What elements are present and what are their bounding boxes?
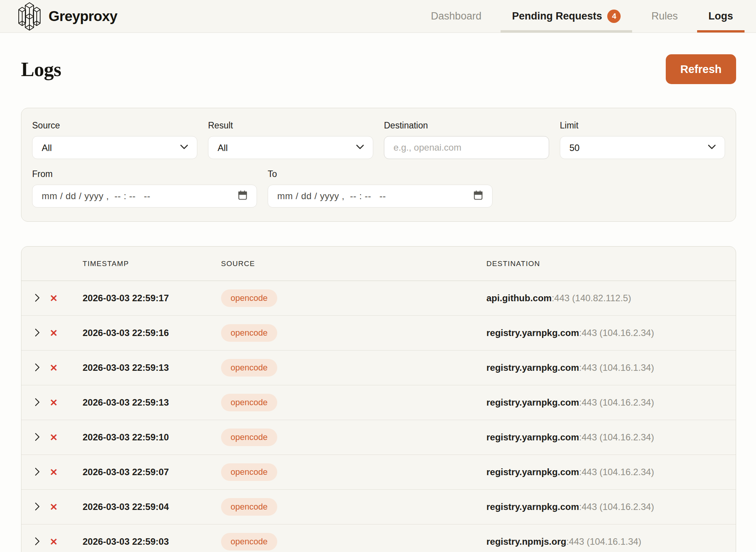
log-timestamp: 2026-03-03 22:59:03 [83, 536, 221, 547]
limit-filter-label: Limit [560, 120, 725, 131]
destination-host: registry.yarnpkg.com [486, 467, 579, 477]
nav-label-pending-requests: Pending Requests [512, 10, 602, 22]
log-destination: registry.npmjs.org:443 (104.16.1.34) [486, 536, 725, 547]
expand-row-button[interactable] [31, 396, 44, 409]
expand-row-button[interactable] [31, 535, 44, 549]
brand-wordmark: Greyproxy [49, 8, 117, 24]
result-select[interactable]: All [208, 136, 373, 159]
nav-item-logs[interactable]: Logs [697, 0, 745, 32]
destination-host: registry.yarnpkg.com [486, 502, 579, 512]
calendar-icon[interactable] [238, 190, 247, 203]
log-source-cell: opencode [221, 289, 486, 307]
nav-label-rules: Rules [651, 10, 678, 22]
from-datetime-input[interactable]: mm / dd / yyyy , -- : -- -- [32, 185, 257, 208]
source-filter-label: Source [32, 120, 197, 131]
log-destination: registry.yarnpkg.com:443 (104.16.2.34) [486, 328, 725, 338]
crystal-prisms-icon [17, 2, 42, 31]
expand-row-button[interactable] [31, 465, 44, 479]
log-source-cell: opencode [221, 359, 486, 377]
destination-host: registry.npmjs.org [486, 536, 566, 547]
column-header-source: SOURCE [221, 260, 486, 268]
log-table-row: ✕ 2026-03-03 22:59:13 opencode registry.… [21, 351, 736, 385]
log-table-row: ✕ 2026-03-03 22:59:07 opencode registry.… [21, 455, 736, 490]
filters-card: Source All Result All [21, 108, 736, 222]
delete-row-button[interactable]: ✕ [50, 328, 58, 338]
nav-label-logs: Logs [709, 10, 733, 22]
destination-port-ip: :443 (104.16.2.34) [579, 432, 654, 442]
chevron-right-icon [35, 294, 40, 303]
expand-row-button[interactable] [31, 291, 44, 305]
source-badge: opencode [221, 533, 277, 550]
nav-item-dashboard[interactable]: Dashboard [419, 0, 493, 32]
log-source-cell: opencode [221, 498, 486, 516]
logs-table: TIMESTAMP SOURCE DESTINATION ✕ 2026-03-0… [21, 246, 736, 552]
destination-port-ip: :443 (104.16.2.34) [579, 397, 654, 408]
log-table-row: ✕ 2026-03-03 22:59:04 opencode registry.… [21, 490, 736, 524]
destination-host: registry.yarnpkg.com [486, 328, 579, 338]
chevron-right-icon [35, 537, 40, 547]
log-timestamp: 2026-03-03 22:59:07 [83, 467, 221, 477]
log-table-row: ✕ 2026-03-03 22:59:16 opencode registry.… [21, 316, 736, 351]
destination-port-ip: :443 (104.16.2.34) [579, 502, 654, 512]
source-badge: opencode [221, 498, 277, 516]
log-timestamp: 2026-03-03 22:59:17 [83, 293, 221, 304]
log-source-cell: opencode [221, 533, 486, 550]
destination-port-ip: :443 (104.16.1.34) [579, 362, 654, 373]
log-table-row: ✕ 2026-03-03 22:59:10 opencode registry.… [21, 420, 736, 455]
limit-select[interactable]: 50 [560, 136, 725, 159]
nav-item-pending-requests[interactable]: Pending Requests 4 [501, 0, 632, 32]
destination-filter-label: Destination [384, 120, 549, 131]
destination-filter-field: Destination [384, 120, 549, 159]
to-filter-label: To [268, 169, 493, 179]
x-icon: ✕ [50, 328, 58, 338]
log-timestamp: 2026-03-03 22:59:13 [83, 397, 221, 408]
x-icon: ✕ [50, 536, 58, 547]
destination-port-ip: :443 (104.16.2.34) [579, 328, 654, 338]
brand: Greyproxy [17, 0, 117, 32]
source-badge: opencode [221, 359, 277, 377]
delete-row-button[interactable]: ✕ [50, 537, 58, 547]
destination-port-ip: :443 (140.82.112.5) [552, 293, 631, 303]
expand-row-button[interactable] [31, 361, 44, 375]
top-header: Greyproxy Dashboard Pending Requests 4 R… [0, 0, 756, 33]
delete-row-button[interactable]: ✕ [50, 363, 58, 373]
delete-row-button[interactable]: ✕ [50, 502, 58, 512]
source-badge: opencode [221, 289, 277, 307]
log-destination: api.github.com:443 (140.82.112.5) [486, 293, 725, 304]
nav-item-rules[interactable]: Rules [640, 0, 689, 32]
main-nav: Dashboard Pending Requests 4 Rules Logs [419, 0, 745, 32]
delete-row-button[interactable]: ✕ [50, 398, 58, 408]
delete-row-button[interactable]: ✕ [50, 294, 58, 303]
expand-row-button[interactable] [31, 326, 44, 340]
source-select[interactable]: All [32, 136, 197, 159]
x-icon: ✕ [50, 293, 58, 304]
refresh-button[interactable]: Refresh [666, 54, 736, 84]
source-badge: opencode [221, 463, 277, 481]
log-destination: registry.yarnpkg.com:443 (104.16.2.34) [486, 397, 725, 408]
destination-host: registry.yarnpkg.com [486, 432, 579, 442]
destination-host: api.github.com [486, 293, 552, 303]
destination-port-ip: :443 (104.16.2.34) [579, 467, 654, 477]
x-icon: ✕ [50, 467, 58, 477]
x-icon: ✕ [50, 502, 58, 512]
log-source-cell: opencode [221, 394, 486, 411]
chevron-right-icon [35, 398, 40, 408]
expand-row-button[interactable] [31, 430, 44, 444]
log-source-cell: opencode [221, 429, 486, 446]
delete-row-button[interactable]: ✕ [50, 433, 58, 442]
source-filter-field: Source All [32, 120, 197, 159]
page-head: Logs Refresh [21, 54, 736, 84]
from-filter-field: From mm / dd / yyyy , -- : -- -- [32, 169, 257, 208]
destination-input[interactable] [384, 136, 549, 159]
calendar-icon[interactable] [473, 190, 483, 203]
delete-row-button[interactable]: ✕ [50, 468, 58, 477]
result-filter-label: Result [208, 120, 373, 131]
destination-host: registry.yarnpkg.com [486, 397, 579, 408]
expand-row-button[interactable] [31, 500, 44, 514]
to-datetime-placeholder: mm / dd / yyyy , -- : -- -- [277, 191, 386, 201]
chevron-right-icon [35, 502, 40, 512]
x-icon: ✕ [50, 397, 58, 408]
column-header-timestamp: TIMESTAMP [83, 260, 221, 268]
chevron-right-icon [35, 328, 40, 338]
to-datetime-input[interactable]: mm / dd / yyyy , -- : -- -- [268, 185, 493, 208]
